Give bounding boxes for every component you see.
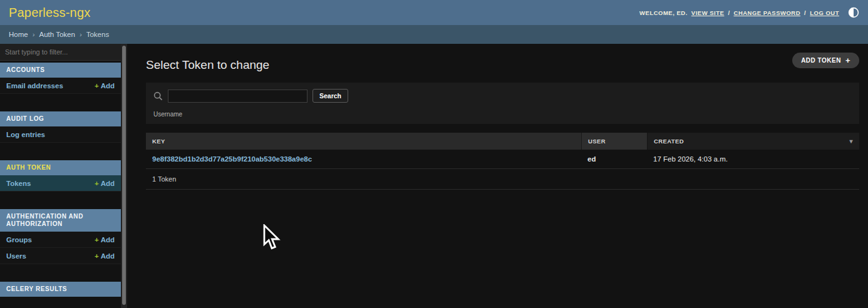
add-label: Add: [101, 82, 115, 90]
plus-icon: +: [95, 236, 99, 244]
sidebar-item-tokens[interactable]: Tokens + Add: [0, 175, 121, 192]
add-token-button[interactable]: ADD TOKEN +: [792, 53, 859, 68]
change-password-link[interactable]: CHANGE PASSWORD: [734, 9, 801, 16]
welcome-text: WELCOME, ED.: [639, 9, 688, 16]
result-count: 1 Token: [146, 169, 859, 190]
breadcrumb-auth-token[interactable]: Auth Token: [39, 31, 75, 38]
section-title: Authentication and Authorization: [0, 209, 121, 232]
brand-title: Paperless-ngx: [9, 6, 90, 20]
search-button[interactable]: Search: [313, 89, 348, 103]
sidebar-scrollbar-thumb[interactable]: [122, 46, 126, 305]
search-field-label: Username: [153, 111, 852, 118]
sort-options-icon[interactable]: ▾: [850, 138, 853, 145]
users-link[interactable]: Users: [6, 252, 26, 260]
section-title: Auth Token: [0, 160, 121, 175]
sidebar-item-log-entries[interactable]: Log entries: [0, 126, 121, 143]
sidebar-item-users[interactable]: Users + Add: [0, 248, 121, 264]
section-title: Audit log: [0, 111, 121, 126]
sidebar-scrollbar[interactable]: [121, 44, 127, 308]
plus-icon: +: [95, 252, 99, 260]
separator: /: [804, 9, 806, 16]
token-key-link[interactable]: 9e8f382bd1b2d3d77a25b9f210ab530e338a9e8c: [152, 155, 312, 163]
search-icon: [153, 91, 163, 101]
main-content: ADD TOKEN + Select Token to change Searc…: [127, 44, 868, 308]
page-title: Select Token to change: [146, 58, 859, 72]
add-label: Add: [101, 236, 115, 244]
sidebar-section-auth-token: Auth Token Tokens + Add: [0, 160, 121, 192]
token-key-cell: 9e8f382bd1b2d3d77a25b9f210ab530e338a9e8c: [146, 150, 581, 168]
table-row: 9e8f382bd1b2d3d77a25b9f210ab530e338a9e8c…: [146, 150, 859, 169]
separator: /: [728, 9, 730, 16]
breadcrumb-separator: ›: [80, 31, 82, 38]
breadcrumb: Home › Auth Token › Tokens: [0, 25, 868, 44]
tokens-link[interactable]: Tokens: [6, 180, 31, 187]
log-entries-link[interactable]: Log entries: [6, 131, 45, 138]
plus-icon: +: [95, 82, 99, 90]
add-group-link[interactable]: + Add: [95, 236, 115, 244]
sidebar-section-accounts: Accounts Email addresses + Add: [0, 63, 121, 94]
app-header: Paperless-ngx WELCOME, ED. VIEW SITE / C…: [0, 0, 868, 25]
plus-icon: +: [95, 180, 99, 187]
token-created-cell: 17 Feb 2026, 4:03 a.m.: [647, 150, 859, 168]
table-header-row: Key User Created ▾: [146, 133, 859, 150]
sidebar-section-celery-results: Celery Results: [0, 282, 121, 297]
column-header-user[interactable]: User: [581, 133, 647, 150]
view-site-link[interactable]: VIEW SITE: [691, 9, 725, 16]
created-header-label: Created: [654, 138, 684, 145]
sidebar-filter-input[interactable]: [0, 44, 121, 61]
search-module: Search Username: [146, 83, 859, 124]
search-input[interactable]: [168, 90, 307, 103]
breadcrumb-current: Tokens: [86, 31, 109, 38]
add-token-button-label: ADD TOKEN: [801, 57, 841, 64]
log-out-link[interactable]: LOG OUT: [810, 9, 839, 16]
sidebar-item-groups[interactable]: Groups + Add: [0, 232, 121, 248]
section-title: Accounts: [0, 63, 121, 78]
breadcrumb-home[interactable]: Home: [9, 31, 28, 38]
sidebar-item-email-addresses[interactable]: Email addresses + Add: [0, 78, 121, 94]
plus-icon: +: [845, 58, 850, 63]
add-user-link[interactable]: + Add: [95, 252, 115, 260]
theme-toggle-icon[interactable]: [848, 7, 859, 18]
add-token-link[interactable]: + Add: [95, 180, 115, 187]
groups-link[interactable]: Groups: [6, 236, 32, 244]
sidebar-section-audit-log: Audit log Log entries: [0, 111, 121, 143]
email-addresses-link[interactable]: Email addresses: [6, 82, 63, 90]
token-user-cell: ed: [581, 150, 647, 168]
results-table: Key User Created ▾ 9e8f382bd1b2d3d77a25b…: [146, 133, 859, 190]
section-title: Celery Results: [0, 282, 121, 297]
add-label: Add: [101, 252, 115, 260]
add-label: Add: [101, 180, 115, 187]
user-tools: WELCOME, ED. VIEW SITE / CHANGE PASSWORD…: [639, 7, 859, 18]
add-email-address-link[interactable]: + Add: [95, 82, 115, 90]
column-header-created[interactable]: Created ▾: [647, 133, 859, 150]
column-header-key[interactable]: Key: [146, 133, 581, 150]
breadcrumb-separator: ›: [33, 31, 35, 38]
sidebar-section-auth-and-authz: Authentication and Authorization Groups …: [0, 209, 121, 264]
paperless-admin-screen: Paperless-ngx WELCOME, ED. VIEW SITE / C…: [0, 0, 868, 308]
sidebar-nav: Accounts Email addresses + Add Audit log…: [0, 44, 121, 308]
